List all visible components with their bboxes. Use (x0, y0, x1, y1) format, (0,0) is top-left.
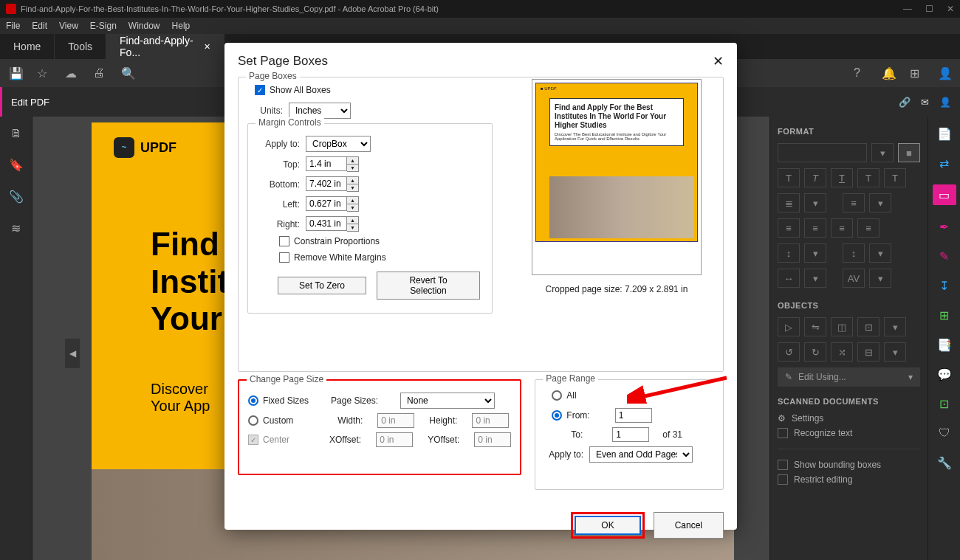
menu-help[interactable]: Help (172, 21, 191, 31)
rotate-right-button[interactable]: ↻ (804, 342, 826, 362)
arrange-menu[interactable]: ▾ (884, 317, 906, 336)
menu-esign[interactable]: E-Sign (90, 21, 117, 31)
underline-button[interactable]: T (831, 168, 853, 187)
numbered-list-menu[interactable]: ▾ (869, 193, 891, 212)
cancel-button[interactable]: Cancel (654, 512, 724, 539)
line-spacing-button[interactable]: ↕ (778, 243, 800, 263)
units-select[interactable]: Inches (289, 103, 351, 119)
secondary-toolbar-link-icon[interactable]: 🔗 (899, 97, 911, 108)
show-bounding-checkbox[interactable] (778, 460, 788, 470)
align-objects-menu[interactable]: ▾ (884, 342, 906, 362)
apps-icon[interactable]: ⊞ (910, 66, 923, 80)
revert-to-selection-button[interactable]: Revert To Selection (377, 272, 480, 300)
menu-file[interactable]: File (6, 21, 20, 31)
create-pdf-tool-icon[interactable]: 📄 (936, 125, 953, 142)
account-icon[interactable]: 👤 (938, 66, 951, 80)
cloud-upload-icon[interactable]: ☁ (65, 66, 78, 80)
menu-edit[interactable]: Edit (32, 21, 47, 31)
tab-tools[interactable]: Tools (55, 34, 106, 59)
attachment-icon[interactable]: 📎 (9, 190, 24, 204)
arrange-button[interactable]: ⊡ (857, 317, 880, 336)
align-right-button[interactable]: ≡ (831, 218, 853, 238)
star-icon[interactable]: ☆ (37, 66, 50, 80)
export-tool-icon[interactable]: ↧ (936, 277, 953, 294)
fill-sign-tool-icon[interactable]: ✎ (936, 248, 953, 264)
line-spacing-menu[interactable]: ▾ (804, 243, 826, 263)
superscript-button[interactable]: T (884, 168, 906, 187)
top-spinner[interactable]: ▲▼ (347, 156, 359, 172)
from-radio[interactable] (552, 410, 562, 421)
right-input[interactable] (306, 216, 347, 231)
left-input[interactable] (306, 196, 347, 211)
flip-horizontal-button[interactable]: ⇋ (804, 317, 826, 336)
to-input[interactable] (612, 427, 649, 442)
rotate-left-button[interactable]: ↺ (778, 342, 800, 362)
remove-white-margins-checkbox[interactable] (279, 252, 289, 263)
horizontal-scale-menu[interactable]: ▾ (804, 269, 826, 288)
range-apply-select[interactable]: Even and Odd Pages (589, 446, 693, 463)
close-window-button[interactable]: ✕ (947, 4, 954, 14)
save-icon[interactable]: 💾 (9, 66, 22, 80)
align-center-button[interactable]: ≡ (804, 218, 826, 238)
align-objects-button[interactable]: ⊟ (857, 342, 880, 362)
crop-button[interactable]: ◫ (831, 317, 853, 336)
send-comments-tool-icon[interactable]: 📑 (936, 336, 953, 353)
character-spacing-menu[interactable]: ▾ (869, 269, 891, 288)
paragraph-spacing-button[interactable]: ↕ (843, 243, 865, 263)
constrain-proportions-checkbox[interactable] (279, 236, 289, 246)
more-tools-icon[interactable]: 🔧 (936, 454, 953, 471)
page-sizes-select[interactable]: None (400, 393, 495, 409)
strike-button[interactable]: T (857, 168, 880, 187)
fixed-sizes-radio[interactable] (248, 395, 258, 406)
tab-home[interactable]: Home (0, 34, 55, 59)
edit-using-dropdown[interactable]: ✎ Edit Using... ▾ (778, 367, 920, 387)
set-to-zero-button[interactable]: Set To Zero (278, 277, 366, 294)
thumbnails-icon[interactable]: 🗎 (10, 127, 22, 140)
bottom-spinner[interactable]: ▲▼ (347, 176, 359, 192)
sign-tool-icon[interactable]: ✒ (936, 218, 953, 235)
menu-view[interactable]: View (59, 21, 78, 31)
menu-window[interactable]: Window (128, 21, 160, 31)
bold-button[interactable]: T (778, 168, 800, 187)
protect-tool-icon[interactable]: 🛡 (936, 425, 953, 441)
numbered-list-button[interactable]: ≡ (843, 193, 865, 212)
left-spinner[interactable]: ▲▼ (347, 196, 359, 212)
maximize-button[interactable]: ☐ (925, 4, 933, 14)
minimize-button[interactable]: — (903, 4, 912, 14)
edit-pdf-tool-icon[interactable]: ▭ (933, 184, 956, 205)
secondary-toolbar-user-icon[interactable]: 👤 (939, 97, 951, 108)
layers-icon[interactable]: ≋ (11, 221, 21, 235)
print-icon[interactable]: 🖨 (93, 66, 106, 80)
bell-icon[interactable]: 🔔 (882, 66, 895, 80)
zoom-icon[interactable]: 🔍 (121, 66, 134, 80)
ok-button[interactable]: OK (575, 516, 640, 535)
tab-close-icon[interactable]: ✕ (204, 42, 210, 52)
from-input[interactable] (615, 408, 652, 423)
horizontal-scale-button[interactable]: ↔ (778, 269, 800, 288)
all-radio[interactable] (552, 390, 562, 401)
secondary-toolbar-mail-icon[interactable]: ✉ (921, 97, 929, 108)
tab-document[interactable]: Find-and-Apply-Fo... ✕ (106, 34, 224, 59)
dialog-close-button[interactable]: ✕ (713, 53, 724, 69)
color-swatch[interactable]: ■ (898, 143, 920, 162)
select-object-button[interactable]: ▷ (778, 317, 800, 336)
settings-link[interactable]: ⚙ Settings (778, 413, 920, 424)
bottom-input[interactable] (306, 176, 347, 191)
align-left-button[interactable]: ≡ (778, 218, 800, 238)
bookmark-icon[interactable]: 🔖 (9, 158, 24, 172)
paragraph-spacing-menu[interactable]: ▾ (869, 243, 891, 263)
italic-button[interactable]: T (804, 168, 826, 187)
restrict-editing-checkbox[interactable] (778, 474, 788, 485)
prev-page-button[interactable]: ◀ (65, 339, 80, 368)
bullet-list-menu[interactable]: ▾ (804, 193, 826, 212)
comment-tool-icon[interactable]: 💬 (936, 366, 953, 382)
combine-tool-icon[interactable]: ⇄ (936, 155, 953, 171)
character-spacing-button[interactable]: AV (843, 269, 865, 288)
right-spinner[interactable]: ▲▼ (347, 216, 359, 232)
align-justify-button[interactable]: ≡ (857, 218, 880, 238)
show-all-boxes-checkbox[interactable]: ✓ (255, 85, 265, 95)
scan-tool-icon[interactable]: ⊡ (936, 395, 953, 412)
bullet-list-button[interactable]: ≣ (778, 193, 800, 212)
recognize-text-checkbox[interactable] (778, 428, 788, 438)
apply-to-select[interactable]: CropBox (306, 136, 371, 152)
